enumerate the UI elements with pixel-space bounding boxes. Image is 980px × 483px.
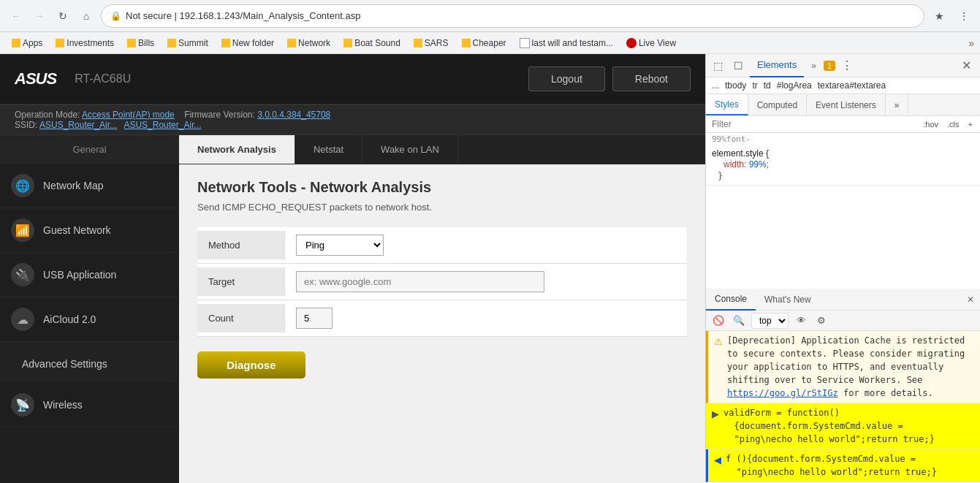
- sidebar-item-wireless[interactable]: 📡 Wireless: [0, 383, 179, 427]
- breadcrumb-textarea[interactable]: textarea#textarea: [818, 80, 886, 91]
- console-code-msg1: ▶ validForm = function() {document.form.…: [706, 403, 980, 449]
- count-input[interactable]: [296, 308, 333, 329]
- devtools-tab-more[interactable]: »: [807, 61, 821, 71]
- firmware-label: Firmware Version:: [184, 110, 255, 120]
- bookmark-label: Summit: [178, 38, 208, 48]
- devtools-vert-menu[interactable]: ⋮: [838, 58, 856, 72]
- tab-bar: Network Analysis Netstat Wake on LAN: [179, 135, 705, 164]
- devtools-tab-elements[interactable]: Elements: [750, 54, 804, 77]
- console-context-select[interactable]: top: [751, 313, 789, 329]
- diagnose-button[interactable]: Diagnose: [197, 351, 305, 379]
- folder-icon: [127, 39, 136, 47]
- breadcrumb-tbody[interactable]: tbody: [725, 80, 746, 91]
- console-filter-icon[interactable]: 🔍: [731, 313, 747, 329]
- add-style-rule[interactable]: +: [965, 118, 976, 130]
- console-clear-btn[interactable]: 🚫: [710, 313, 726, 329]
- toolbar-right: ★ ⋮: [929, 6, 974, 26]
- styles-filter-input[interactable]: [710, 118, 917, 131]
- styles-closing-brace: }: [712, 170, 974, 182]
- sidebar-item-network-map[interactable]: 🌐 Network Map: [0, 164, 179, 208]
- lock-icon: 🔒: [110, 11, 121, 21]
- count-label: Count: [197, 304, 285, 332]
- console-tabs-row: Console What's New ✕: [706, 289, 980, 311]
- router-header: ASUS RT-AC68U Logout Reboot: [0, 54, 705, 105]
- bookmark-boat-sound[interactable]: Boat Sound: [338, 37, 406, 50]
- bookmarks-more[interactable]: »: [968, 37, 974, 49]
- whats-new-tab[interactable]: What's New: [756, 289, 820, 311]
- bookmark-label: Investments: [67, 38, 114, 48]
- method-select[interactable]: Ping: [296, 235, 384, 256]
- devtools-inspect-btn[interactable]: ⬚: [709, 57, 726, 75]
- target-input[interactable]: [296, 271, 544, 292]
- page-icon: [520, 38, 530, 48]
- console-tab-main[interactable]: Console: [706, 289, 756, 311]
- tab-netstat[interactable]: Netstat: [295, 135, 362, 164]
- breadcrumb-td[interactable]: td: [764, 80, 771, 91]
- sidebar-item-aicloud[interactable]: ☁ AiCloud 2.0: [0, 297, 179, 342]
- panel-tab-computed[interactable]: Computed: [748, 94, 807, 115]
- router-ui: ASUS RT-AC68U Logout Reboot Operation Mo…: [0, 54, 705, 483]
- bookmark-live-view[interactable]: Live View: [620, 37, 682, 50]
- hov-pseudo-filter[interactable]: :hov: [920, 118, 941, 130]
- address-text: Not secure | 192.168.1.243/Main_Analysis…: [126, 10, 360, 21]
- forward-button[interactable]: →: [29, 6, 50, 26]
- breadcrumb-tr[interactable]: tr: [752, 80, 757, 91]
- bookmark-cheaper[interactable]: Cheaper: [456, 37, 512, 50]
- bookmark-summit[interactable]: Summit: [162, 37, 214, 50]
- panel-tab-more[interactable]: »: [886, 94, 909, 115]
- panel-tab-event-listeners[interactable]: Event Listeners: [807, 94, 886, 115]
- devtools-device-btn[interactable]: ☐: [729, 57, 747, 75]
- bookmark-label: Boat Sound: [354, 38, 400, 48]
- live-view-icon: [626, 38, 637, 48]
- breadcrumb-dots[interactable]: ...: [712, 80, 719, 91]
- reload-button[interactable]: ↻: [53, 6, 73, 26]
- console-code-msg2: ◀ f (){document.form.SystemCmd.value = "…: [706, 449, 980, 482]
- sidebar-item-advanced-settings[interactable]: Advanced Settings: [11, 349, 168, 379]
- logout-button[interactable]: Logout: [528, 66, 605, 91]
- browser-toolbar: ← → ↻ ⌂ 🔒 Not secure | 192.168.1.243/Mai…: [0, 0, 980, 32]
- back-button[interactable]: ←: [6, 6, 26, 26]
- devtools-close-btn[interactable]: ✕: [956, 58, 977, 72]
- firmware-link[interactable]: 3.0.0.4.384_45708: [257, 110, 330, 120]
- breadcrumb-logarea[interactable]: #logArea: [777, 80, 812, 91]
- prop-val-width: 99%: [749, 159, 767, 170]
- operation-mode-link[interactable]: Access Point(AP) mode: [82, 110, 175, 120]
- reboot-button[interactable]: Reboot: [612, 66, 691, 91]
- caret-icon2: ◀: [714, 453, 721, 468]
- nav-buttons: ← → ↻ ⌂: [6, 6, 96, 26]
- deprecation-link[interactable]: https://goo.gl/rStIGz: [727, 388, 838, 398]
- address-bar[interactable]: 🔒 Not secure | 192.168.1.243/Main_Analys…: [101, 4, 924, 28]
- bookmark-investments[interactable]: Investments: [50, 37, 120, 50]
- bookmark-label: Cheaper: [473, 38, 506, 48]
- diagnose-btn-row: Diagnose: [197, 337, 687, 393]
- ssid-link1[interactable]: ASUS_Router_Air...: [39, 120, 117, 130]
- bookmark-last-will[interactable]: last will and testam...: [514, 37, 619, 50]
- console-eye-icon[interactable]: 👁: [793, 313, 809, 329]
- cls-filter[interactable]: .cls: [944, 118, 962, 130]
- method-control: Ping: [285, 227, 687, 263]
- bookmark-network[interactable]: Network: [281, 37, 336, 50]
- tab-wake-on-lan[interactable]: Wake on LAN: [362, 135, 458, 164]
- console-panel: 🚫 🔍 top 👁 ⚙ ⚠ [Deprecation] Application …: [706, 311, 980, 483]
- info-bar: Operation Mode: Access Point(AP) mode Fi…: [0, 105, 705, 135]
- menu-button[interactable]: ⋮: [954, 6, 974, 26]
- bookmark-apps[interactable]: Apps: [6, 37, 48, 50]
- target-label: Target: [197, 267, 285, 296]
- page-title: Network Tools - Network Analysis: [197, 179, 687, 196]
- ssid-link2[interactable]: ASUS_Router_Air...: [124, 120, 201, 130]
- panel-tab-styles[interactable]: Styles: [706, 94, 748, 115]
- home-button[interactable]: ⌂: [76, 6, 96, 26]
- bookmark-new-folder[interactable]: New folder: [216, 37, 280, 50]
- sidebar-item-guest-network[interactable]: 📶 Guest Network: [0, 208, 179, 253]
- console-gear-icon[interactable]: ⚙: [813, 313, 829, 329]
- main-panel: Network Analysis Netstat Wake on LAN Net…: [179, 135, 705, 483]
- console-warning-msg: ⚠ [Deprecation] Application Cache is res…: [706, 331, 980, 403]
- console-toolbar: 🚫 🔍 top 👁 ⚙: [706, 311, 980, 331]
- console-close-btn[interactable]: ✕: [961, 294, 980, 305]
- tab-network-analysis[interactable]: Network Analysis: [179, 135, 295, 164]
- console-code-text1: validForm = function() {document.form.Sy…: [723, 406, 935, 446]
- star-button[interactable]: ★: [929, 6, 949, 26]
- sidebar-item-usb-application[interactable]: 🔌 USB Application: [0, 253, 179, 297]
- bookmark-sars[interactable]: SARS: [408, 37, 455, 50]
- bookmark-bills[interactable]: Bills: [121, 37, 160, 50]
